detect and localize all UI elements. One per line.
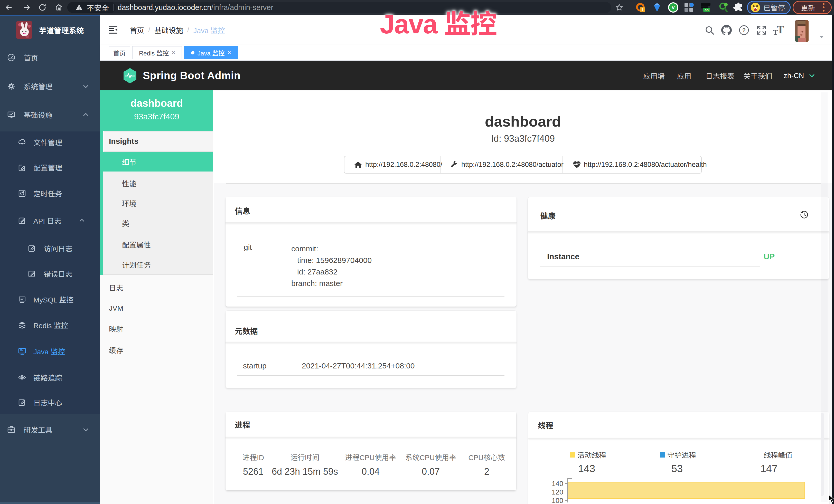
svg-text:?: ? <box>742 27 746 33</box>
svg-text:on: on <box>705 8 709 12</box>
svg-text:1: 1 <box>641 8 644 12</box>
svg-text:V: V <box>672 5 675 10</box>
